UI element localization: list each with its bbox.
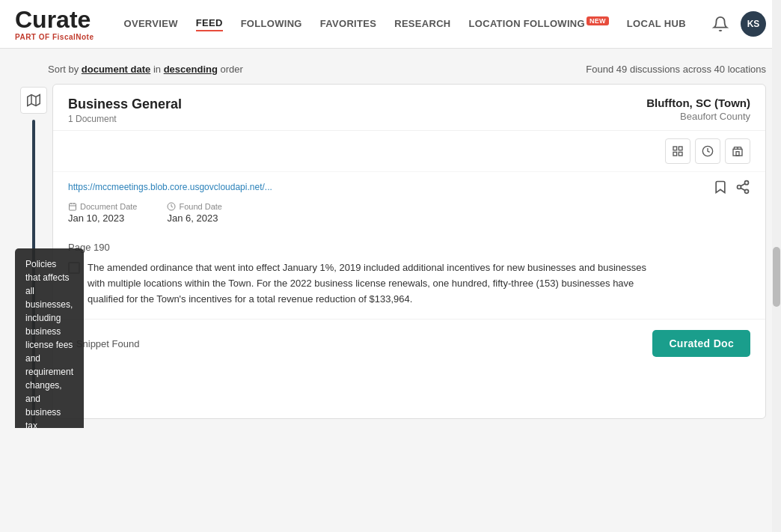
svg-rect-10 (736, 152, 739, 156)
svg-rect-16 (70, 204, 76, 210)
clock-icon (167, 202, 176, 211)
found-text: Found 49 discussions across 40 locations (586, 64, 766, 75)
url-area: https://mccmeetings.blob.core.usgovcloud… (53, 172, 765, 198)
header-right: KS (712, 11, 766, 37)
svg-line-15 (741, 183, 745, 186)
new-badge: NEW (586, 16, 609, 25)
card-footer: 1 Snippet Found Curated Doc (53, 319, 765, 367)
snippet-content: The amended ordinance that went into eff… (68, 260, 750, 307)
avatar[interactable]: KS (741, 11, 766, 37)
county-name: Beaufort County (646, 111, 750, 122)
found-date-value: Jan 6, 2023 (167, 213, 221, 224)
bookmark-icon (713, 180, 728, 195)
svg-point-13 (745, 189, 749, 193)
card-title-area: Business General 1 Document (68, 97, 182, 124)
scrollbar-thumb[interactable] (773, 247, 780, 307)
history-icon (702, 145, 714, 157)
building-icon (732, 145, 744, 157)
nav-item-feed[interactable]: FEED (196, 17, 223, 31)
svg-rect-4 (679, 147, 682, 150)
curated-doc-button[interactable]: Curated Doc (652, 330, 750, 357)
nav-item-favorites[interactable]: FAVORITES (320, 18, 376, 31)
svg-rect-3 (673, 147, 677, 150)
save-share-icons (713, 180, 750, 195)
svg-rect-6 (673, 152, 677, 156)
date-row: Document Date Jan 10, 2023 Found Date Ja… (53, 198, 765, 233)
svg-rect-8 (733, 149, 742, 156)
notifications-button[interactable] (712, 16, 729, 32)
logo-area: Curate PART OF FiscalNote (15, 7, 94, 41)
share-button[interactable] (735, 180, 750, 195)
svg-marker-0 (28, 95, 40, 106)
tooltip: Policies that affects all businesses, in… (15, 248, 84, 428)
location-name: Bluffton, SC (Town) (646, 97, 750, 109)
building-button[interactable] (725, 138, 750, 164)
document-date-label: Document Date (68, 202, 137, 211)
save-to-collection-button[interactable] (665, 138, 690, 164)
result-card: Business General 1 Document Bluffton, SC… (52, 84, 766, 419)
card-title: Business General (68, 97, 182, 112)
nav-item-research[interactable]: RESEARCH (394, 18, 450, 31)
sort-order-link[interactable]: descending (164, 64, 218, 75)
svg-rect-5 (679, 152, 682, 156)
nav-item-location-following[interactable]: LOCATION FOLLOWINGNEW (469, 17, 609, 31)
doc-url-link[interactable]: https://mccmeetings.blob.core.usgovcloud… (68, 182, 272, 192)
nav-item-local-hub[interactable]: LOCAL HUB (627, 18, 686, 31)
history-button[interactable] (695, 138, 720, 164)
svg-point-11 (745, 181, 749, 185)
sort-text: Sort by document date in descending orde… (48, 64, 243, 75)
main-row: Policies that affects all businesses, in… (15, 84, 766, 419)
logo-fiscalnote: PART OF FiscalNote (15, 33, 94, 41)
doc-count: 1 Document (68, 114, 182, 124)
document-date-value: Jan 10, 2023 (68, 213, 137, 224)
card-header: Business General 1 Document Bluffton, SC… (53, 85, 765, 131)
found-date-item: Found Date Jan 6, 2023 (167, 202, 221, 224)
content-area: Sort by document date in descending orde… (0, 49, 781, 428)
header: Curate PART OF FiscalNote OVERVIEW FEED … (0, 0, 781, 49)
bookmark-button[interactable] (713, 180, 728, 195)
document-date-item: Document Date Jan 10, 2023 (68, 202, 137, 224)
bell-icon (712, 16, 729, 32)
snippet-text: The amended ordinance that went into eff… (88, 260, 646, 307)
save-to-collection-icon (672, 145, 684, 157)
map-button[interactable] (20, 87, 47, 114)
share-icon (735, 180, 750, 195)
found-date-label: Found Date (167, 202, 221, 211)
action-icons (53, 131, 765, 172)
map-icon (27, 94, 40, 107)
left-col: Policies that affects all businesses, in… (15, 84, 52, 419)
logo-curate[interactable]: Curate (15, 7, 94, 31)
scrollbar-track[interactable] (772, 0, 781, 428)
calendar-icon (68, 202, 77, 211)
nav-item-overview[interactable]: OVERVIEW (124, 18, 178, 31)
fiscalnote-text: FiscalNote (52, 33, 94, 41)
svg-point-12 (738, 186, 741, 189)
nav-item-following[interactable]: FOLLOWING (241, 18, 302, 31)
main-nav: OVERVIEW FEED FOLLOWING FAVORITES RESEAR… (124, 17, 712, 31)
page-number: Page 190 (68, 242, 750, 253)
snippet-area: Page 190 The amended ordinance that went… (53, 233, 765, 313)
sort-bar: Sort by document date in descending orde… (15, 58, 766, 84)
card-location: Bluffton, SC (Town) Beaufort County (646, 97, 750, 122)
svg-line-14 (741, 188, 745, 190)
sort-field-link[interactable]: document date (82, 64, 150, 75)
